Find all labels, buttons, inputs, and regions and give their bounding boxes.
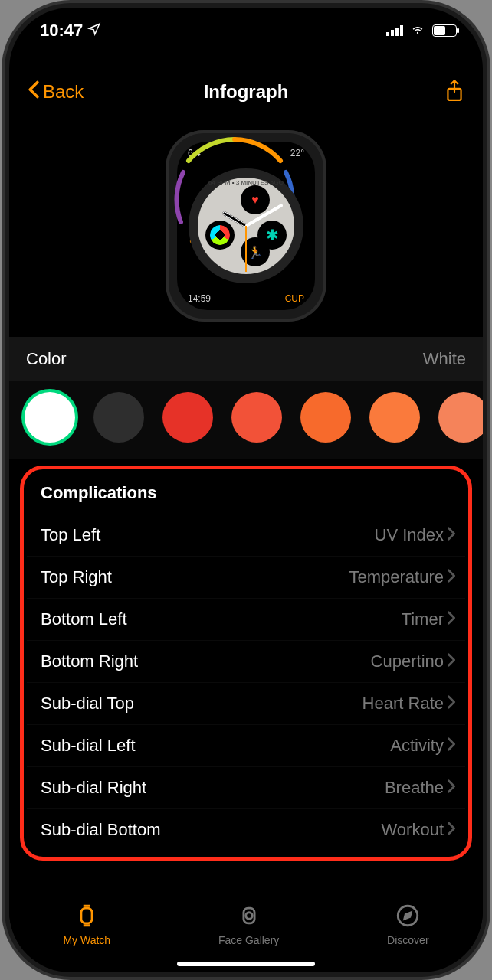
color-swatch-5[interactable] bbox=[369, 392, 420, 443]
dial-text-top: 64 BPM • 3 MINUTES AGO bbox=[198, 179, 294, 186]
workout-icon: 🏃 bbox=[248, 245, 263, 260]
color-swatch-4[interactable] bbox=[300, 392, 351, 443]
complication-value: UV Index bbox=[375, 525, 457, 545]
complication-label: Bottom Left bbox=[41, 609, 127, 629]
complication-value: Workout bbox=[381, 820, 456, 840]
color-swatches[interactable] bbox=[9, 381, 483, 459]
battery-icon bbox=[432, 24, 457, 37]
watch-body: 6.4 22° 14:59 CUP 64 BPM • 3 MINUTES AGO… bbox=[166, 130, 326, 322]
chevron-left-icon bbox=[28, 80, 40, 103]
status-time: 10:47 bbox=[40, 21, 83, 41]
tab-bar: My Watch Face Gallery Discover bbox=[9, 890, 483, 959]
complication-value: Heart Rate bbox=[362, 694, 456, 714]
share-button[interactable] bbox=[444, 79, 464, 105]
watch-face-preview[interactable]: 6.4 22° 14:59 CUP 64 BPM • 3 MINUTES AGO… bbox=[9, 122, 483, 337]
second-hand bbox=[245, 226, 247, 272]
watch-face: 6.4 22° 14:59 CUP 64 BPM • 3 MINUTES AGO… bbox=[177, 142, 315, 310]
location-icon bbox=[87, 21, 101, 41]
complication-row-bottom-right[interactable]: Bottom RightCupertino bbox=[27, 640, 465, 682]
complication-value: Activity bbox=[390, 736, 456, 756]
complication-label: Bottom Right bbox=[41, 652, 138, 671]
complication-value: Temperature bbox=[349, 567, 456, 587]
phone-frame: 10:47 Back Infograph bbox=[9, 8, 483, 972]
complication-row-sub-dial-left[interactable]: Sub-dial LeftActivity bbox=[27, 724, 465, 766]
complication-row-sub-dial-right[interactable]: Sub-dial RightBreathe bbox=[27, 766, 465, 808]
chevron-right-icon bbox=[447, 567, 456, 587]
complication-value: Timer bbox=[402, 609, 456, 629]
complications-header: Complications bbox=[27, 475, 465, 514]
color-swatch-1[interactable] bbox=[93, 392, 144, 443]
nav-bar: Back Infograph bbox=[9, 70, 483, 113]
tab-my-watch[interactable]: My Watch bbox=[63, 903, 110, 946]
breathe-icon: ✱ bbox=[266, 226, 279, 244]
face-gallery-icon bbox=[236, 903, 262, 931]
tab-discover-label: Discover bbox=[387, 934, 428, 946]
cellular-signal-icon bbox=[386, 25, 403, 36]
content-area: 6.4 22° 14:59 CUP 64 BPM • 3 MINUTES AGO… bbox=[9, 122, 483, 896]
chevron-right-icon bbox=[447, 820, 456, 840]
complications-list: Top LeftUV IndexTop RightTemperatureBott… bbox=[27, 514, 465, 851]
home-indicator[interactable] bbox=[177, 962, 315, 966]
tab-discover[interactable]: Discover bbox=[387, 903, 428, 946]
tab-face-gallery[interactable]: Face Gallery bbox=[218, 903, 279, 946]
chevron-right-icon bbox=[447, 694, 456, 714]
color-swatch-2[interactable] bbox=[162, 392, 213, 443]
color-swatch-0[interactable] bbox=[25, 392, 75, 443]
complication-row-bottom-left[interactable]: Bottom LeftTimer bbox=[27, 598, 465, 640]
notch bbox=[139, 8, 353, 35]
subdial-top: ♥ bbox=[241, 185, 270, 214]
complication-label: Sub-dial Right bbox=[41, 778, 146, 798]
corner-bottom-right: CUP bbox=[285, 293, 304, 304]
svg-marker-5 bbox=[405, 913, 412, 920]
page-title: Infograph bbox=[204, 81, 289, 103]
complication-value: Breathe bbox=[385, 778, 456, 798]
corner-bottom-left: 14:59 bbox=[188, 293, 211, 304]
color-swatch-3[interactable] bbox=[231, 392, 282, 443]
share-icon bbox=[444, 79, 464, 105]
color-value: White bbox=[423, 349, 466, 369]
tab-my-watch-label: My Watch bbox=[63, 934, 110, 946]
complication-value: Cupertino bbox=[371, 652, 456, 671]
complication-row-top-left[interactable]: Top LeftUV Index bbox=[27, 514, 465, 556]
svg-point-3 bbox=[245, 913, 252, 920]
compass-icon bbox=[395, 903, 421, 931]
complication-row-sub-dial-top[interactable]: Sub-dial TopHeart Rate bbox=[27, 682, 465, 724]
activity-rings-icon bbox=[210, 225, 230, 245]
subdial-left bbox=[205, 220, 235, 250]
complications-section: Complications Top LeftUV IndexTop RightT… bbox=[20, 466, 472, 861]
tab-face-gallery-label: Face Gallery bbox=[218, 934, 279, 946]
color-swatch-6[interactable] bbox=[438, 392, 483, 443]
complication-label: Sub-dial Top bbox=[41, 694, 134, 714]
svg-rect-1 bbox=[81, 908, 92, 923]
complication-label: Top Left bbox=[41, 525, 100, 545]
chevron-right-icon bbox=[447, 736, 456, 756]
complication-label: Sub-dial Bottom bbox=[41, 820, 161, 840]
heart-icon: ♥ bbox=[251, 193, 259, 207]
complication-row-sub-dial-bottom[interactable]: Sub-dial BottomWorkout bbox=[27, 808, 465, 851]
complication-row-top-right[interactable]: Top RightTemperature bbox=[27, 556, 465, 598]
back-button[interactable]: Back bbox=[28, 80, 84, 103]
chevron-right-icon bbox=[447, 525, 456, 545]
color-section: Color White bbox=[9, 337, 483, 459]
chevron-right-icon bbox=[447, 609, 456, 629]
chevron-right-icon bbox=[447, 778, 456, 798]
complication-label: Sub-dial Left bbox=[41, 736, 136, 756]
complication-label: Top Right bbox=[41, 567, 112, 587]
back-label: Back bbox=[43, 81, 84, 103]
color-label: Color bbox=[26, 349, 67, 369]
color-row[interactable]: Color White bbox=[9, 337, 483, 381]
watch-icon bbox=[74, 903, 100, 931]
dial: 64 BPM • 3 MINUTES AGO ♥ ✱ 🏃 bbox=[189, 168, 303, 283]
wifi-icon bbox=[409, 21, 426, 41]
chevron-right-icon bbox=[447, 652, 456, 671]
